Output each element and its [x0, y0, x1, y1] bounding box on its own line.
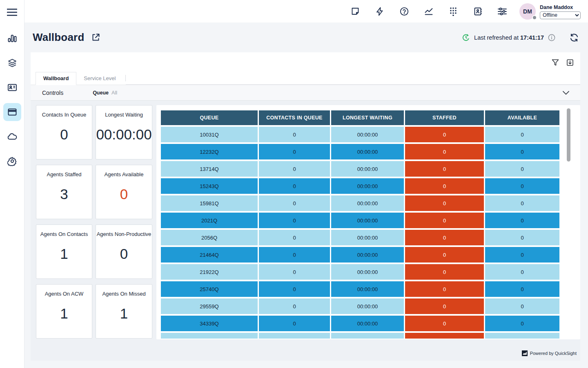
table-cell: 0 — [405, 178, 484, 194]
sidebar-item-cloud[interactable] — [3, 128, 21, 146]
table-cell: 0 — [259, 247, 330, 263]
kpi-value: 0 — [96, 186, 152, 202]
table-cell: 0 — [405, 230, 484, 245]
sidebar-item-layers[interactable] — [3, 54, 21, 72]
refresh-icon[interactable] — [569, 33, 579, 42]
table-cell: 15981Q — [161, 195, 258, 211]
page-title: Wallboard — [33, 31, 85, 44]
table-cell: 0 — [485, 213, 559, 228]
table-cell: 0 — [485, 298, 559, 314]
table-row: 12232Q000:00:0000 — [161, 144, 559, 159]
contacts-icon[interactable] — [471, 5, 484, 18]
queue-filter-value[interactable]: All — [111, 90, 117, 96]
table-cell: 0 — [485, 144, 559, 159]
table-cell: 13714Q — [161, 161, 258, 177]
table-cell: 0 — [405, 316, 484, 331]
zap-icon[interactable] — [373, 5, 386, 18]
table-cell: 25740Q — [161, 281, 258, 297]
window-icon — [7, 107, 17, 117]
table-column-header: LONGEST WAITING — [331, 110, 404, 125]
sidebar-item-settings[interactable] — [3, 152, 21, 170]
table-row: 2056Q000:00:0000 — [161, 230, 559, 245]
table-cell: 0 — [405, 213, 484, 228]
filter-icon[interactable] — [552, 59, 559, 66]
kpi-label: Agents Available — [96, 165, 152, 177]
sidebar-nav — [3, 29, 21, 170]
queue-table-visual: QUEUECONTACTS IN QUEUELONGEST WAITINGSTA… — [156, 105, 580, 339]
table-column-header: QUEUE — [161, 110, 258, 125]
table-row: 29559Q000:00:0000 — [161, 298, 559, 314]
table-cell: 0 — [405, 144, 484, 159]
kpi-value: 00:00:00 — [96, 126, 152, 142]
kpi-grid: Contacts In Queue0Longest Waiting00:00:0… — [36, 105, 152, 361]
table-cell: 0 — [485, 281, 559, 297]
queue-table: QUEUECONTACTS IN QUEUELONGEST WAITINGSTA… — [160, 109, 561, 339]
table-cell: 0 — [405, 127, 484, 142]
info-icon[interactable] — [548, 34, 555, 41]
table-column-header: STAFFED — [405, 110, 484, 125]
chevron-down-icon[interactable] — [562, 90, 570, 95]
user-block: DM Dane Maddox Offline — [519, 3, 581, 20]
table-cell: 00:00:00 — [331, 144, 404, 159]
table-row — [161, 333, 559, 339]
sidebar-item-contacts[interactable] — [3, 79, 21, 96]
agent-status-select[interactable]: Offline — [540, 11, 581, 19]
table-cell: 0 — [405, 281, 484, 297]
kpi-label: Agents On ACW — [36, 285, 92, 297]
id-card-icon — [7, 83, 17, 92]
table-cell — [259, 333, 330, 339]
table-cell — [405, 333, 484, 339]
kpi-label: Agents On Missed — [96, 285, 152, 297]
table-cell: 0 — [259, 195, 330, 211]
table-cell: 0 — [485, 247, 559, 263]
kpi-card: Agents Staffed3 — [36, 165, 92, 219]
table-scrollbar[interactable] — [567, 108, 570, 162]
controls-bar: Controls Queue All — [31, 85, 580, 101]
table-cell: 00:00:00 — [331, 195, 404, 211]
controls-label: Controls — [42, 90, 63, 96]
table-cell: 10031Q — [161, 127, 258, 142]
dialpad-icon[interactable] — [447, 5, 460, 18]
table-cell: 0 — [485, 195, 559, 211]
kpi-card: Contacts In Queue0 — [36, 105, 92, 159]
table-cell — [485, 333, 559, 339]
note-icon[interactable] — [349, 5, 362, 18]
menu-icon[interactable] — [5, 6, 20, 19]
table-cell: 0 — [259, 264, 330, 280]
table-row: 15243Q000:00:0000 — [161, 178, 559, 194]
export-icon[interactable] — [566, 59, 574, 66]
table-cell: 0 — [485, 127, 559, 142]
table-cell: 0 — [405, 161, 484, 177]
table-cell: 0 — [485, 178, 559, 194]
table-cell: 0 — [405, 298, 484, 314]
help-icon[interactable] — [398, 5, 411, 18]
page-header: Wallboard Last refreshed at 17:41:17 — [24, 22, 588, 52]
table-cell: 0 — [485, 264, 559, 280]
tab-service-level[interactable]: Service Level — [76, 72, 123, 85]
sliders-icon[interactable] — [496, 5, 509, 18]
panel-toolbar — [31, 52, 580, 73]
table-cell: 0 — [405, 247, 484, 263]
table-cell: 12232Q — [161, 144, 258, 159]
table-cell: 15243Q — [161, 178, 258, 194]
status-dot — [532, 15, 537, 20]
gear-icon — [7, 156, 17, 166]
tab-wallboard[interactable]: Wallboard — [36, 72, 76, 85]
kpi-label: Agents On Contacts — [36, 225, 92, 237]
table-cell: 2021Q — [161, 213, 258, 228]
table-cell: 0 — [259, 298, 330, 314]
kpi-value: 1 — [96, 305, 152, 321]
table-cell: 0 — [485, 161, 559, 177]
table-cell: 0 — [259, 213, 330, 228]
table-cell: 00:00:00 — [331, 264, 404, 280]
table-row: 10031Q000:00:0000 — [161, 127, 559, 142]
kpi-value: 1 — [36, 245, 92, 262]
table-cell: 29559Q — [161, 298, 258, 314]
kpi-value: 3 — [36, 186, 92, 202]
sidebar-item-wallboard[interactable] — [3, 103, 21, 121]
sidebar-item-metrics[interactable] — [3, 29, 21, 47]
table-cell: 0 — [259, 281, 330, 297]
external-link-icon[interactable] — [91, 33, 100, 42]
line-chart-icon[interactable] — [422, 5, 435, 18]
kpi-card: Longest Waiting00:00:00 — [96, 105, 152, 159]
